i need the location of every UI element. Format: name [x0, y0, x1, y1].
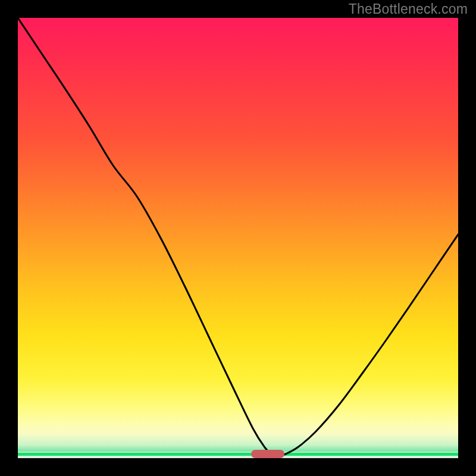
curve-svg: [18, 18, 458, 458]
bottleneck-curve-left: [18, 18, 272, 455]
chart-frame: TheBottleneck.com: [0, 0, 476, 476]
bottleneck-curve-right: [284, 234, 458, 455]
plot-area: [18, 18, 458, 458]
optimal-marker-pill: [251, 450, 284, 458]
watermark-text: TheBottleneck.com: [349, 1, 468, 17]
